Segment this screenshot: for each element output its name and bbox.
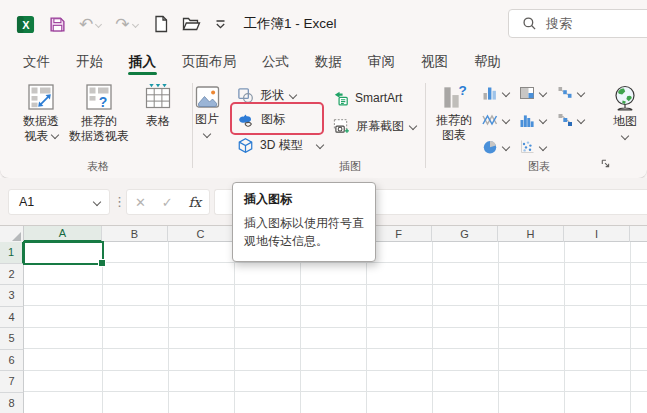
smartart-button[interactable]: SmartArt <box>332 87 402 109</box>
screenshot-icon <box>332 118 350 135</box>
waterfall-chart-icon <box>557 85 573 101</box>
row-header-7[interactable]: 7 <box>0 371 24 393</box>
insert-waterfall-chart-button[interactable] <box>557 85 584 101</box>
enter-button[interactable]: ✓ <box>162 195 173 210</box>
column-header-i[interactable]: I <box>564 226 630 242</box>
svg-text:?: ? <box>458 83 466 98</box>
search-label: 搜索 <box>546 15 572 33</box>
select-all-corner[interactable] <box>0 226 24 242</box>
tab-page-layout[interactable]: 页面布局 <box>169 48 249 76</box>
insert-pie-chart-button[interactable] <box>482 139 509 155</box>
table-button[interactable]: 表格 <box>134 82 182 129</box>
insert-hierarchy-chart-button[interactable] <box>519 85 546 101</box>
scatter-chart-icon <box>519 139 535 155</box>
formula-bar-separator: ⋮ <box>113 194 126 209</box>
new-file-button[interactable] <box>153 15 169 33</box>
row-header-6[interactable]: 6 <box>0 350 24 372</box>
title-bar: X ↶ ↷ 工作簿1 - Excel 搜索 <box>0 0 647 48</box>
screenshot-label: 屏幕截图 <box>356 118 404 135</box>
histogram-chart-icon <box>519 112 535 128</box>
redo-button[interactable]: ↷ <box>115 16 137 33</box>
undo-dropdown-icon[interactable] <box>95 20 102 27</box>
name-box[interactable]: A1 <box>8 189 110 215</box>
undo-button[interactable]: ↶ <box>79 16 101 33</box>
3d-model-icon <box>237 137 254 154</box>
tooltip-body: 插入图标以使用符号直观地传达信息。 <box>244 215 364 250</box>
3d-models-button[interactable]: 3D 模型 <box>237 134 323 156</box>
charts-dialog-launcher[interactable] <box>600 155 611 173</box>
tab-formulas[interactable]: 公式 <box>249 48 302 76</box>
chevron-down-icon <box>315 141 323 149</box>
pictures-icon <box>194 84 221 110</box>
column-header-h[interactable]: H <box>498 226 564 242</box>
search-box[interactable]: 搜索 <box>508 9 647 38</box>
table-icon <box>143 82 173 112</box>
svg-text:X: X <box>22 18 30 30</box>
chevron-down-icon <box>502 143 510 151</box>
icons-tooltip: 插入图标 插入图标以使用符号直观地传达信息。 <box>232 182 376 262</box>
tab-help[interactable]: 帮助 <box>461 48 514 76</box>
tab-home[interactable]: 开始 <box>63 48 116 76</box>
row-header-2[interactable]: 2 <box>0 264 24 286</box>
tab-view[interactable]: 视图 <box>408 48 461 76</box>
insert-column-chart-button[interactable] <box>482 85 509 101</box>
chevron-down-icon <box>577 116 585 124</box>
pie-chart-icon <box>482 139 498 155</box>
tab-data[interactable]: 数据 <box>302 48 355 76</box>
row-header-3[interactable]: 3 <box>0 285 24 307</box>
column-chart-icon <box>482 85 498 101</box>
chevron-down-icon <box>203 130 211 138</box>
row-header-4[interactable]: 4 <box>0 307 24 329</box>
recommended-charts-button[interactable]: ? 推荐的 图表 <box>430 82 478 143</box>
column-header-g[interactable]: G <box>432 226 498 242</box>
row-header-1[interactable]: 1 <box>0 242 24 264</box>
maps-label: 地图 <box>613 114 637 129</box>
pivot-table-button[interactable]: 数据透 视表 <box>14 82 68 144</box>
combo-chart-icon <box>557 112 573 128</box>
insert-line-chart-button[interactable] <box>482 112 509 128</box>
icons-button[interactable]: 图标 <box>237 108 285 130</box>
fill-handle[interactable] <box>98 259 106 267</box>
shapes-icon <box>237 87 254 104</box>
pictures-label: 图片 <box>195 112 219 127</box>
smartart-label: SmartArt <box>355 91 402 105</box>
insert-statistic-chart-button[interactable] <box>519 112 546 128</box>
row-header-5[interactable]: 5 <box>0 328 24 350</box>
chevron-down-icon <box>50 131 58 139</box>
shapes-button[interactable]: 形状 <box>237 84 296 106</box>
pictures-button[interactable]: 图片 <box>186 84 228 137</box>
3d-models-label: 3D 模型 <box>260 137 303 154</box>
insert-combo-chart-button[interactable] <box>557 112 584 128</box>
column-header-c[interactable]: C <box>168 226 234 242</box>
line-chart-icon <box>482 112 498 128</box>
maps-button[interactable]: 地图 <box>607 84 643 139</box>
screenshot-button[interactable]: 屏幕截图 <box>332 115 416 137</box>
window-title: 工作簿1 - Excel <box>244 15 337 33</box>
insert-scatter-chart-button[interactable] <box>519 139 546 155</box>
column-header-partial[interactable] <box>630 226 647 242</box>
group-label-charts: 图表 <box>480 159 598 174</box>
icons-label: 图标 <box>261 111 285 128</box>
recommended-pivot-label: 推荐的 <box>81 114 117 129</box>
recommended-pivot-icon: ? <box>84 82 114 112</box>
selected-cell-a1[interactable] <box>23 241 104 265</box>
redo-dropdown-icon[interactable] <box>131 20 138 27</box>
tab-file[interactable]: 文件 <box>10 48 63 76</box>
tab-review[interactable]: 审阅 <box>355 48 408 76</box>
recommended-pivot-button[interactable]: ? 推荐的 数据透视表 <box>66 82 132 144</box>
insert-function-button[interactable]: fx <box>188 194 201 210</box>
row-header-8[interactable]: 8 <box>0 393 24 413</box>
recommended-charts-icon: ? <box>440 82 469 111</box>
column-header-a[interactable]: A <box>24 226 102 242</box>
qat-overflow-button[interactable] <box>215 19 226 30</box>
tab-insert[interactable]: 插入 <box>116 48 169 76</box>
hierarchy-chart-icon <box>519 85 535 101</box>
chevron-down-icon <box>93 198 101 206</box>
open-file-button[interactable] <box>182 16 201 32</box>
chevron-down-icon <box>539 143 547 151</box>
search-icon <box>522 16 537 31</box>
cancel-button[interactable]: ✕ <box>135 195 146 210</box>
column-header-b[interactable]: B <box>102 226 168 242</box>
save-button[interactable] <box>49 16 66 33</box>
grid-horizontal-lines <box>24 242 647 413</box>
